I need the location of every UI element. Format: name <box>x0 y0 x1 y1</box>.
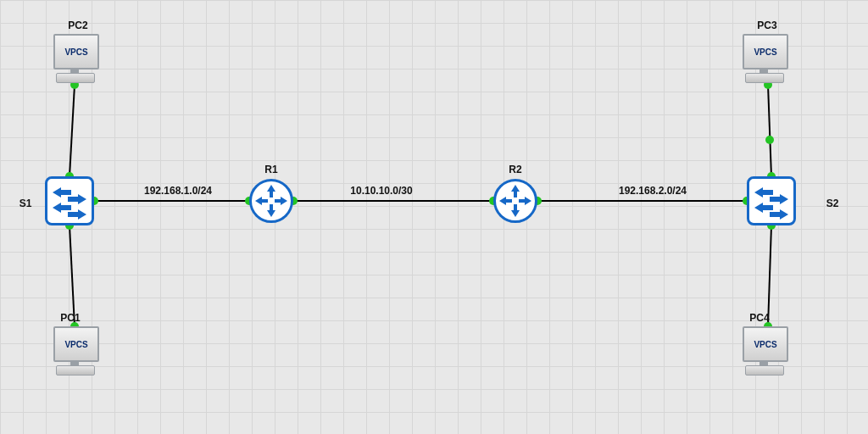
monitor-icon: VPCS <box>743 326 788 362</box>
monitor-icon: VPCS <box>53 34 99 70</box>
svg-marker-14 <box>499 197 512 205</box>
svg-marker-15 <box>519 197 531 205</box>
pc1-label[interactable]: PC1 <box>60 312 80 324</box>
monitor-icon: VPCS <box>53 326 99 362</box>
svg-marker-7 <box>770 209 788 220</box>
router-icon <box>496 181 535 220</box>
pc-base <box>745 73 784 83</box>
pc2-node[interactable]: VPCS <box>49 34 100 85</box>
r1-label[interactable]: R1 <box>264 164 277 175</box>
pc3-label[interactable]: PC3 <box>757 19 776 31</box>
pc-base <box>745 365 784 376</box>
r2-label[interactable]: R2 <box>509 164 521 175</box>
r1-router-node[interactable] <box>249 179 293 223</box>
svg-marker-9 <box>267 204 275 217</box>
svg-marker-0 <box>53 187 71 198</box>
pc4-label[interactable]: PC4 <box>749 312 769 324</box>
pc1-node[interactable]: VPCS <box>49 326 100 377</box>
link-label-s1-r1[interactable]: 192.168.1.0/24 <box>144 185 212 197</box>
link-label-r1-r2[interactable]: 10.10.10.0/30 <box>350 185 412 197</box>
s1-label[interactable]: S1 <box>19 198 32 209</box>
vpcs-badge: VPCS <box>754 47 776 57</box>
link-label-r2-s2[interactable]: 192.168.2.0/24 <box>619 185 687 197</box>
svg-marker-1 <box>68 194 86 204</box>
switch-icon <box>47 179 92 223</box>
svg-marker-4 <box>754 187 773 198</box>
svg-marker-13 <box>511 204 520 217</box>
port-dot-icon <box>765 136 774 144</box>
r2-router-node[interactable] <box>493 179 537 223</box>
monitor-icon: VPCS <box>743 34 788 70</box>
link-s1-pc2[interactable] <box>70 85 75 176</box>
router-icon <box>252 181 291 220</box>
svg-marker-3 <box>68 209 86 220</box>
link-s2-pc3[interactable] <box>768 85 771 176</box>
pc4-node[interactable]: VPCS <box>738 326 789 377</box>
topology-canvas[interactable]: VPCS VPCS VPCS VPCS <box>0 0 868 434</box>
vpcs-badge: VPCS <box>64 47 87 57</box>
vpcs-badge: VPCS <box>64 340 87 349</box>
s1-switch-node[interactable] <box>45 176 94 225</box>
pc-base <box>56 365 95 376</box>
pc2-label[interactable]: PC2 <box>68 19 87 31</box>
pc3-node[interactable]: VPCS <box>738 34 789 85</box>
svg-marker-12 <box>511 185 520 198</box>
svg-marker-11 <box>275 197 287 205</box>
switch-icon <box>749 179 793 223</box>
svg-marker-10 <box>255 197 268 205</box>
svg-marker-2 <box>53 203 71 213</box>
svg-marker-5 <box>770 194 788 204</box>
pc-base <box>56 73 95 83</box>
svg-marker-8 <box>267 185 275 198</box>
s2-switch-node[interactable] <box>747 176 796 225</box>
vpcs-badge: VPCS <box>754 340 776 349</box>
s2-label[interactable]: S2 <box>826 198 839 209</box>
svg-marker-6 <box>754 203 773 213</box>
